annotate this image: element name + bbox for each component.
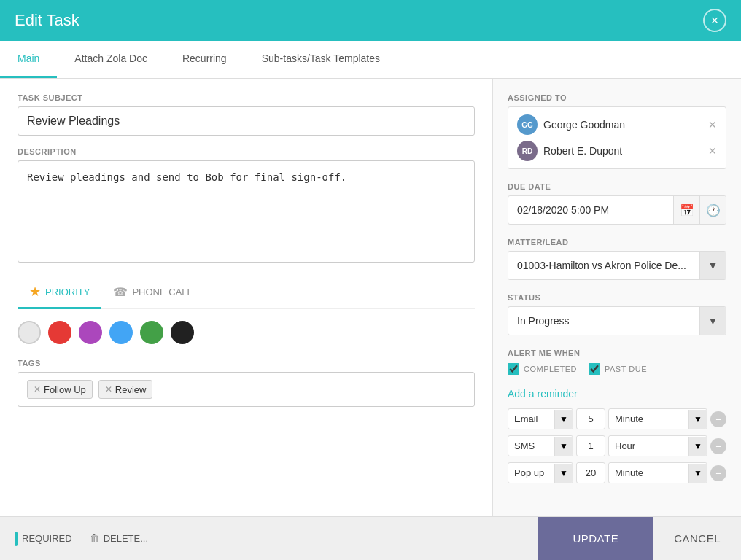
tab-main[interactable]: Main <box>0 41 57 78</box>
status-field: STATUS In Progress ▼ <box>508 293 726 335</box>
remove-assignee-rd[interactable]: ✕ <box>708 145 717 157</box>
tags-container[interactable]: ✕ Follow Up ✕ Review <box>18 372 475 407</box>
task-subject-input[interactable] <box>18 106 475 136</box>
color-red[interactable] <box>48 321 71 344</box>
reminder-unit-sms-label: Hour <box>609 436 688 456</box>
assignee-row-gg: GG George Goodman ✕ <box>517 114 717 135</box>
reminder-type-email[interactable]: Email ▼ <box>508 408 573 429</box>
footer-left: REQUIRED 🗑 DELETE... <box>15 532 148 546</box>
delete-button[interactable]: 🗑 DELETE... <box>90 533 148 544</box>
color-black[interactable] <box>171 321 194 344</box>
assigned-to-label: ASSIGNED TO <box>508 93 726 102</box>
color-green[interactable] <box>140 321 163 344</box>
sub-tab-priority[interactable]: ★ PRIORITY <box>18 276 101 309</box>
reminder-row-popup: Pop up ▼ Minute ▼ − <box>508 462 726 483</box>
assignee-row-rd: RD Robert E. Dupont ✕ <box>517 141 717 161</box>
status-label: STATUS <box>508 293 726 302</box>
remove-reminder-popup[interactable]: − <box>710 465 726 481</box>
tags-label: TAGS <box>18 359 475 368</box>
alert-past-due-checkbox[interactable] <box>589 363 600 375</box>
edit-task-modal: Edit Task × Main Attach Zola Doc Recurri… <box>0 0 741 560</box>
reminder-type-sms-arrow[interactable]: ▼ <box>554 437 573 456</box>
modal-title: Edit Task <box>15 11 79 30</box>
avatar-rd: RD <box>517 141 538 161</box>
tag-review: ✕ Review <box>98 380 153 399</box>
status-value: In Progress <box>508 308 699 334</box>
reminder-type-email-arrow[interactable]: ▼ <box>554 410 573 429</box>
calendar-button[interactable]: 📅 <box>673 196 699 224</box>
status-select[interactable]: In Progress ▼ <box>508 306 726 335</box>
color-purple[interactable] <box>79 321 102 344</box>
alert-completed-item[interactable]: COMPLETED <box>508 363 577 375</box>
add-reminder-link[interactable]: Add a reminder <box>508 388 726 400</box>
assigned-box: GG George Goodman ✕ RD Robert E. Dupont … <box>508 106 726 169</box>
tag-review-remove[interactable]: ✕ <box>105 384 112 394</box>
reminder-email-num[interactable] <box>576 408 605 429</box>
assigned-to-field: ASSIGNED TO GG George Goodman ✕ RD Rober… <box>508 93 726 169</box>
reminder-type-popup[interactable]: Pop up ▼ <box>508 462 573 483</box>
right-panel: ASSIGNED TO GG George Goodman ✕ RD Rober… <box>493 79 741 516</box>
due-date-field: DUE DATE 02/18/2020 5:00 PM 📅 🕐 <box>508 182 726 225</box>
modal-body: TASK SUBJECT DESCRIPTION Review pleading… <box>0 79 741 516</box>
description-label: DESCRIPTION <box>18 147 475 156</box>
reminder-unit-sms-arrow[interactable]: ▼ <box>688 437 707 456</box>
reminder-unit-email-label: Minute <box>609 409 688 429</box>
reminder-row-sms: SMS ▼ Hour ▼ − <box>508 435 726 456</box>
due-date-value[interactable]: 02/18/2020 5:00 PM <box>508 197 673 223</box>
reminder-type-email-label: Email <box>508 409 554 429</box>
tags-section: TAGS ✕ Follow Up ✕ Review <box>18 359 475 407</box>
remove-assignee-gg[interactable]: ✕ <box>708 119 717 131</box>
update-button[interactable]: UPDATE <box>538 517 653 561</box>
star-icon: ★ <box>29 284 41 300</box>
avatar-gg: GG <box>517 114 538 135</box>
trash-icon: 🗑 <box>90 533 99 544</box>
matter-lead-select[interactable]: 01003-Hamilton vs Akron Police De... ▼ <box>508 251 726 280</box>
matter-lead-value: 01003-Hamilton vs Akron Police De... <box>508 252 699 279</box>
due-date-input-row: 02/18/2020 5:00 PM 📅 🕐 <box>508 195 726 225</box>
alert-past-due-label: PAST DUE <box>605 365 647 373</box>
cancel-button[interactable]: CANCEL <box>653 517 741 561</box>
reminder-unit-email-arrow[interactable]: ▼ <box>688 410 707 429</box>
color-blue[interactable] <box>109 321 133 344</box>
assignee-name-gg: George Goodman <box>543 119 702 131</box>
required-text: REQUIRED <box>22 533 72 544</box>
alert-completed-label: COMPLETED <box>524 365 577 373</box>
footer-right: UPDATE CANCEL <box>538 517 741 561</box>
modal-footer: REQUIRED 🗑 DELETE... UPDATE CANCEL <box>0 516 741 560</box>
description-textarea[interactable]: Review pleadings and send to Bob for fin… <box>18 160 475 262</box>
alert-label: ALERT ME WHEN <box>508 349 726 357</box>
reminder-sms-num[interactable] <box>576 435 605 456</box>
reminder-unit-popup[interactable]: Minute ▼ <box>608 462 707 483</box>
tab-subtasks[interactable]: Sub-tasks/Task Templates <box>244 41 397 78</box>
left-panel: TASK SUBJECT DESCRIPTION Review pleading… <box>0 79 493 516</box>
tag-followup-remove[interactable]: ✕ <box>34 384 41 394</box>
alert-completed-checkbox[interactable] <box>508 363 519 375</box>
status-dropdown[interactable]: ▼ <box>699 307 726 335</box>
matter-lead-field: MATTER/LEAD 01003-Hamilton vs Akron Poli… <box>508 238 726 280</box>
tag-followup-label: Follow Up <box>44 384 86 395</box>
reminder-type-sms-label: SMS <box>508 436 554 456</box>
required-label: REQUIRED <box>15 532 72 546</box>
sub-tab-phone[interactable]: ☎ PHONE CALL <box>101 276 203 309</box>
clock-button[interactable]: 🕐 <box>699 196 726 224</box>
assignee-name-rd: Robert E. Dupont <box>543 145 702 157</box>
tab-recurring[interactable]: Recurring <box>165 41 244 78</box>
alert-past-due-item[interactable]: PAST DUE <box>589 363 647 375</box>
matter-lead-dropdown[interactable]: ▼ <box>699 252 726 279</box>
close-button[interactable]: × <box>703 9 726 32</box>
reminder-type-sms[interactable]: SMS ▼ <box>508 435 573 456</box>
reminder-unit-popup-label: Minute <box>609 463 688 483</box>
alert-field: ALERT ME WHEN COMPLETED PAST DUE <box>508 349 726 375</box>
remove-reminder-sms[interactable]: − <box>710 438 726 454</box>
reminder-unit-email[interactable]: Minute ▼ <box>608 408 707 429</box>
reminder-unit-popup-arrow[interactable]: ▼ <box>688 464 707 483</box>
reminder-unit-sms[interactable]: Hour ▼ <box>608 435 707 456</box>
avatar-initials-gg: GG <box>521 121 533 129</box>
color-white[interactable] <box>18 321 41 344</box>
reminder-popup-num[interactable] <box>576 462 605 483</box>
alert-row: COMPLETED PAST DUE <box>508 363 726 375</box>
reminder-type-popup-arrow[interactable]: ▼ <box>554 464 573 483</box>
remove-reminder-email[interactable]: − <box>710 411 726 427</box>
tag-followup: ✕ Follow Up <box>27 380 93 399</box>
tab-attach[interactable]: Attach Zola Doc <box>57 41 165 78</box>
